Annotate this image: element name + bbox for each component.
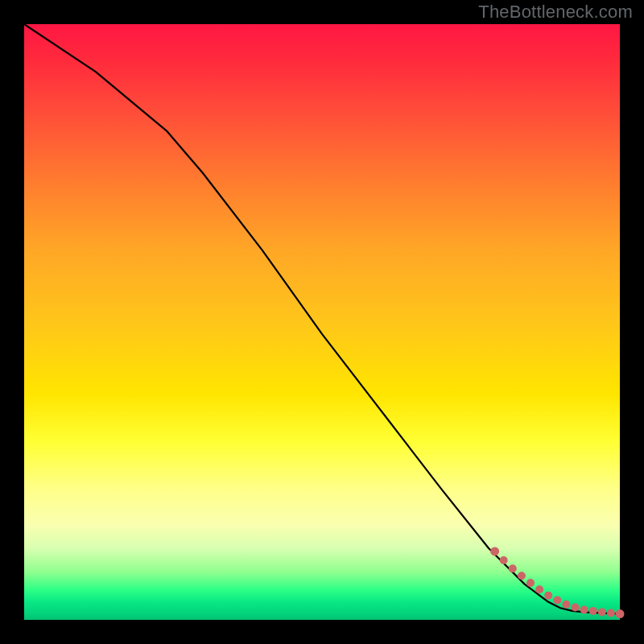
- chart-markers: [490, 547, 624, 618]
- marker-dot: [589, 607, 597, 615]
- marker-dot: [518, 572, 526, 580]
- marker-dot: [553, 597, 561, 605]
- marker-dot: [562, 601, 570, 609]
- plot-overlay: [24, 24, 620, 620]
- marker-dot: [535, 585, 543, 593]
- marker-dot: [616, 609, 625, 618]
- marker-dot: [607, 609, 615, 617]
- marker-dot: [598, 608, 606, 616]
- chart-frame: TheBottleneck.com: [0, 0, 644, 644]
- marker-dot: [544, 592, 552, 600]
- marker-dot: [526, 579, 535, 587]
- marker-dot: [580, 605, 588, 613]
- chart-curve: [24, 24, 620, 614]
- marker-dot: [509, 564, 517, 572]
- marker-dot: [490, 547, 499, 555]
- watermark-text: TheBottleneck.com: [478, 2, 633, 23]
- marker-dot: [500, 556, 508, 564]
- marker-dot: [572, 603, 580, 611]
